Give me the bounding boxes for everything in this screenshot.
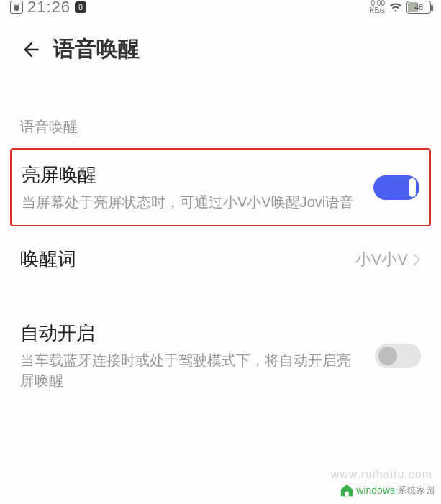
back-arrow-icon[interactable] xyxy=(20,40,40,60)
row-screen-wake-text: 亮屏唤醒 当屏幕处于亮屏状态时，可通过小V小V唤醒Jovi语音 xyxy=(22,162,360,212)
row-screen-wake-title: 亮屏唤醒 xyxy=(22,162,360,188)
page-title: 语音唤醒 xyxy=(53,35,140,64)
toggle-knob xyxy=(378,347,397,365)
watermark-url: www.ruihaitu.com xyxy=(331,468,432,481)
status-time: 21:26 xyxy=(27,0,71,17)
watermark-brand: windows 系统家园 xyxy=(339,482,435,498)
row-wake-word[interactable]: 唤醒词 小V小V xyxy=(0,234,441,285)
section-label-voice-wake: 语音唤醒 xyxy=(0,71,441,148)
svg-rect-0 xyxy=(345,492,350,496)
notification-count-badge: 0 xyxy=(75,1,86,13)
row-auto-on-desc: 当车载蓝牙连接时或处于驾驶模式下，将自动开启亮屏唤醒 xyxy=(20,350,362,390)
row-auto-on-title: 自动开启 xyxy=(20,321,362,346)
row-wake-word-value: 小V小V xyxy=(355,249,408,270)
network-speed-unit: KB/s xyxy=(370,7,385,14)
page-header: 语音唤醒 xyxy=(0,14,441,71)
alarm-icon xyxy=(10,1,23,14)
status-bar: 21:26 0 0.00 KB/s 48 xyxy=(0,0,441,14)
row-wake-word-right: 小V小V xyxy=(355,249,421,270)
row-wake-word-text: 唤醒词 xyxy=(20,247,342,272)
row-screen-wake-desc: 当屏幕处于亮屏状态时，可通过小V小V唤醒Jovi语音 xyxy=(22,192,360,212)
battery-indicator: 48 xyxy=(406,1,431,14)
toggle-screen-wake[interactable] xyxy=(373,175,419,200)
house-icon xyxy=(339,482,355,498)
toggle-knob xyxy=(409,178,416,197)
row-auto-on[interactable]: 自动开启 当车载蓝牙连接时或处于驾驶模式下，将自动开启亮屏唤醒 xyxy=(0,308,441,403)
watermark-brand-text: windows xyxy=(356,485,395,496)
status-left: 21:26 0 xyxy=(10,0,86,17)
battery-percent: 48 xyxy=(414,3,423,12)
watermark-cn-text: 系统家园 xyxy=(398,485,435,497)
network-speed: 0.00 KB/s xyxy=(370,0,385,14)
status-right: 0.00 KB/s 48 xyxy=(370,0,431,14)
row-wake-word-title: 唤醒词 xyxy=(20,247,342,272)
row-screen-wake[interactable]: 亮屏唤醒 当屏幕处于亮屏状态时，可通过小V小V唤醒Jovi语音 xyxy=(10,148,431,226)
row-auto-on-text: 自动开启 当车载蓝牙连接时或处于驾驶模式下，将自动开启亮屏唤醒 xyxy=(20,321,362,390)
wifi-icon xyxy=(389,1,402,14)
toggle-auto-on[interactable] xyxy=(375,344,421,368)
chevron-right-icon xyxy=(412,252,421,267)
